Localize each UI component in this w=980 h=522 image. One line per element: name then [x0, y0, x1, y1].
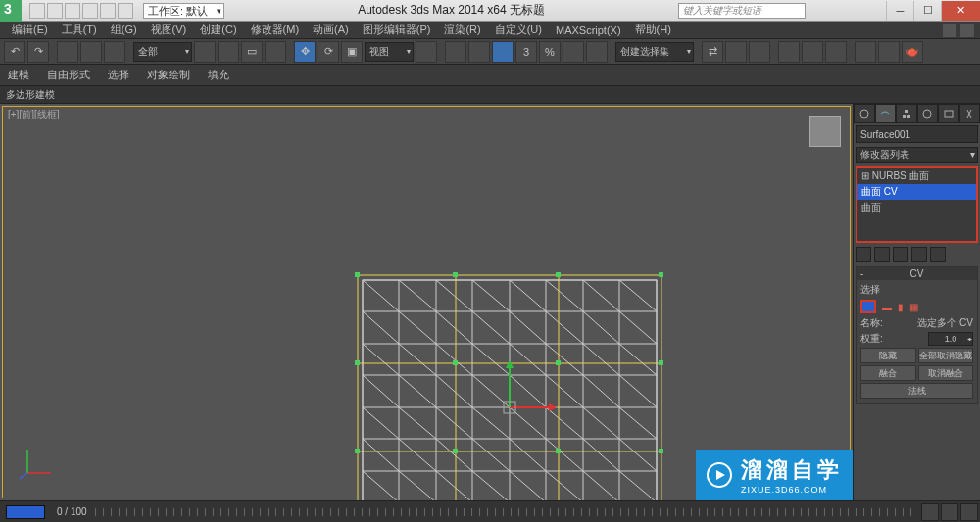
search-input[interactable]: 键入关键字或短语 — [678, 3, 806, 19]
stack-remove-button[interactable] — [911, 247, 927, 262]
stack-show-button[interactable] — [874, 247, 890, 262]
ribbon-populate[interactable]: 填充 — [208, 68, 229, 82]
tab-display-icon[interactable] — [938, 104, 959, 123]
viewcube[interactable] — [809, 116, 841, 147]
object-name-field[interactable]: Surface001 — [856, 125, 978, 143]
menubar-icon-2[interactable] — [960, 24, 974, 37]
menu-customize[interactable]: 自定义(U) — [489, 23, 548, 37]
maximize-button[interactable]: ☐ — [913, 1, 941, 21]
viewport-label[interactable]: [+][前][线框] — [8, 108, 60, 121]
menu-help[interactable]: 帮助(H) — [629, 23, 677, 37]
render-button[interactable]: 🫖 — [902, 41, 923, 63]
close-button[interactable]: ✕ — [941, 1, 980, 21]
menu-animation[interactable]: 动画(A) — [307, 23, 355, 37]
ribbon-objectpaint[interactable]: 对象绘制 — [147, 68, 190, 82]
menu-tools[interactable]: 工具(T) — [56, 23, 103, 37]
menu-group[interactable]: 组(G) — [105, 23, 143, 37]
snap-toggle-button[interactable] — [492, 41, 514, 63]
qat-save-icon[interactable] — [65, 3, 80, 19]
link-button[interactable] — [57, 41, 78, 63]
rollout-cv-header[interactable]: -CV — [857, 267, 977, 280]
qat-more-icon[interactable] — [118, 3, 133, 19]
mirror-button[interactable]: ⇄ — [702, 41, 723, 63]
menu-view[interactable]: 视图(V) — [145, 23, 193, 37]
snap-settings-button[interactable] — [586, 41, 608, 63]
selection-set-dropdown[interactable]: 创建选择集 — [615, 42, 694, 62]
select-object-button[interactable] — [194, 41, 216, 63]
stack-item-nurbs[interactable]: ⊞ NURBS 曲面 — [858, 168, 976, 184]
spinner-snap-button[interactable] — [563, 41, 584, 63]
qat-new-icon[interactable] — [29, 3, 45, 19]
ref-coord-dropdown[interactable]: 视图 — [365, 42, 414, 62]
stack-configure-button[interactable] — [930, 247, 946, 262]
time-slider[interactable] — [6, 505, 45, 519]
cv-hide-button[interactable]: 隐藏 — [860, 348, 916, 363]
cv-row-select-button[interactable]: ▬ — [882, 302, 892, 312]
undo-button[interactable]: ↶ — [4, 41, 25, 63]
selection-filter-dropdown[interactable]: 全部 — [133, 42, 192, 62]
menu-maxscript[interactable]: MAXScript(X) — [550, 24, 627, 36]
nurbs-surface-object[interactable] — [363, 280, 657, 522]
menu-edit[interactable]: 编辑(E) — [6, 23, 54, 37]
window-crossing-button[interactable] — [265, 41, 286, 63]
menu-modifier[interactable]: 修改器(M) — [245, 23, 306, 37]
menu-render[interactable]: 渲染(R) — [438, 23, 486, 37]
percent-snap-button[interactable]: % — [539, 41, 561, 63]
time-ruler[interactable] — [95, 508, 913, 516]
redo-button[interactable]: ↷ — [27, 41, 49, 63]
timeline[interactable]: 0 / 100 — [0, 500, 980, 522]
schematic-view-button[interactable] — [802, 41, 823, 63]
cv-constrained-button[interactable]: 法线 — [860, 383, 973, 399]
keyboard-shortcut-button[interactable] — [468, 41, 490, 63]
app-logo[interactable] — [0, 0, 22, 22]
stack-item-surface[interactable]: 曲面 — [858, 200, 976, 215]
tab-create-icon[interactable] — [854, 104, 875, 123]
cv-unfuse-button[interactable]: 取消融合 — [918, 365, 974, 381]
workspace-dropdown[interactable]: 工作区: 默认 — [143, 3, 224, 19]
cv-single-select-button[interactable] — [860, 300, 876, 313]
render-setup-button[interactable] — [855, 41, 876, 63]
cv-col-select-button[interactable]: ▮ — [898, 302, 904, 312]
ribbon-modeling[interactable]: 建模 — [8, 68, 29, 82]
minimize-button[interactable]: ─ — [886, 1, 913, 21]
qat-redo-icon[interactable] — [100, 3, 116, 19]
curve-editor-button[interactable] — [778, 41, 800, 63]
qat-undo-icon[interactable] — [82, 3, 98, 19]
use-center-button[interactable] — [416, 41, 437, 63]
menu-grapheditor[interactable]: 图形编辑器(P) — [357, 23, 437, 37]
angle-snap-button[interactable]: 3 — [515, 41, 537, 63]
help-icon[interactable] — [811, 3, 827, 19]
tab-utilities-icon[interactable] — [959, 104, 981, 123]
rotate-button[interactable]: ⟳ — [318, 41, 339, 63]
cv-weight-spinner[interactable]: 1.0 — [928, 332, 973, 346]
scale-button[interactable]: ▣ — [341, 41, 363, 63]
bind-button[interactable] — [104, 41, 125, 63]
select-region-button[interactable]: ▭ — [241, 41, 263, 63]
stack-unique-button[interactable] — [893, 247, 908, 262]
stack-pin-button[interactable] — [856, 247, 871, 262]
cv-all-select-button[interactable]: ▦ — [909, 302, 918, 312]
menu-create[interactable]: 创建(C) — [194, 23, 242, 37]
tab-polymodel[interactable]: 多边形建模 — [0, 86, 980, 104]
select-name-button[interactable] — [218, 41, 239, 63]
cv-fuse-button[interactable]: 融合 — [860, 365, 916, 381]
nav-3[interactable] — [960, 503, 978, 521]
modifier-list-dropdown[interactable]: 修改器列表 — [856, 147, 978, 163]
manipulate-button[interactable] — [445, 41, 466, 63]
viewport[interactable]: [+][前][线框] — [0, 104, 853, 500]
nav-1[interactable] — [921, 503, 939, 521]
align-button[interactable] — [725, 41, 747, 63]
material-editor-button[interactable] — [825, 41, 847, 63]
favorites-icon[interactable] — [847, 3, 862, 19]
render-frame-button[interactable] — [878, 41, 900, 63]
move-button[interactable]: ✥ — [294, 41, 316, 63]
tab-modify-icon[interactable] — [875, 104, 897, 123]
cv-unhideall-button[interactable]: 全部取消隐藏 — [918, 348, 974, 363]
modifier-stack[interactable]: ⊞ NURBS 曲面 曲面 CV 曲面 — [856, 166, 978, 243]
stack-item-surfacecv[interactable]: 曲面 CV — [858, 184, 976, 200]
ribbon-freeform[interactable]: 自由形式 — [47, 68, 90, 82]
signin-icon[interactable] — [829, 3, 845, 19]
help2-icon[interactable] — [864, 3, 880, 19]
menubar-icon-1[interactable] — [943, 24, 956, 37]
layers-button[interactable] — [749, 41, 770, 63]
